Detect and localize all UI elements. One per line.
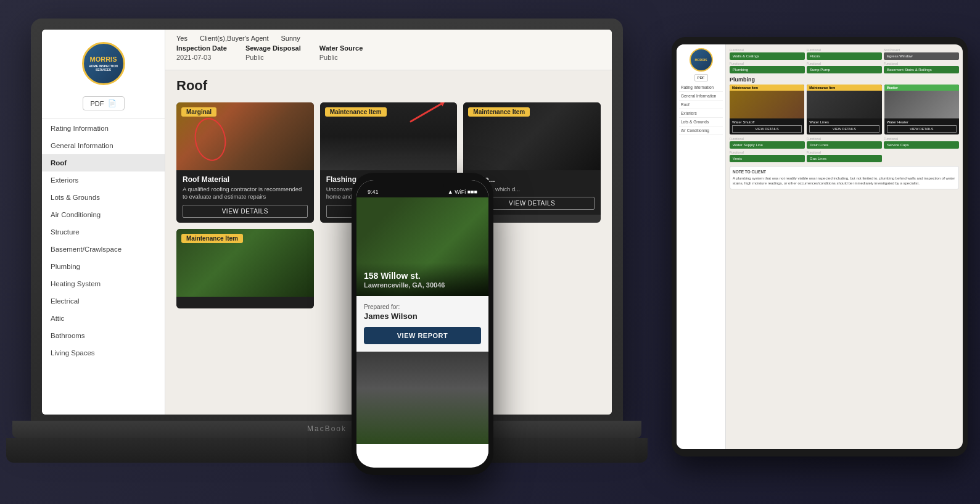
tablet-nav-ac[interactable]: Air Conditioning [679, 126, 723, 135]
tablet-badge-waterheater: Monitor [884, 85, 959, 91]
sidebar-item-attic[interactable]: Attic [42, 310, 165, 327]
badge-marginal: Marginal [181, 107, 216, 117]
phone-notch [401, 180, 444, 192]
tablet-nav-general[interactable]: General Information [679, 92, 723, 101]
phone-prepared-label: Prepared for: [364, 304, 481, 310]
tablet-badge-waterlines: Maintenance Item [807, 85, 881, 91]
sidebar-item-lots[interactable]: Lots & Grounds [42, 189, 165, 206]
card-maintenance[interactable]: Maintenance Item [176, 229, 314, 308]
status-sump: Sump Pump [807, 66, 882, 73]
badge-maintenance-flashing: Maintenance Item [325, 107, 387, 117]
phone-address: 158 Willow st. [364, 270, 481, 281]
note-text: A plumbing system that was not readily v… [733, 176, 956, 186]
laptop-device: MORRIS HOME INSPECTION SERVICES PDF 📄 [31, 19, 623, 463]
header-clients: Client(s),Buyer's Agent [200, 35, 269, 42]
sidebar-item-living[interactable]: Living Spaces [42, 344, 165, 361]
tablet-nav-lots[interactable]: Lots & Grounds [679, 118, 723, 126]
sidebar-item-ac[interactable]: Air Conditioning [42, 206, 165, 223]
tablet-badge-shutoff: Maintenance Item [730, 85, 804, 91]
tablet-status-walls: Functional Walls & Ceilings [730, 48, 805, 60]
header-meta-row: Inspection Date 2021-07-03 Sewage Dispos… [176, 44, 601, 65]
tablet-status-stairs: Functional Basement Stairs & Railings [884, 62, 959, 73]
sidebar-item-electrical[interactable]: Electrical [42, 292, 165, 310]
tablet-cards-row: Maintenance Item Water Shutoff VIEW DETA… [730, 85, 959, 134]
brand-line2: SERVICES [89, 68, 118, 72]
status-gas: Gas Lines [807, 155, 882, 162]
phone-hero-overlay: 158 Willow st. Lawrenceville, GA, 30046 [356, 263, 488, 296]
tablet-nav-exteriors[interactable]: Exteriors [679, 109, 723, 118]
phone-view-report-button[interactable]: VIEW REPORT [364, 327, 481, 344]
tablet-status-grid: Functional Walls & Ceilings Functional F… [730, 48, 959, 73]
status-service: Service Caps [884, 141, 959, 149]
sidebar-item-heating[interactable]: Heating System [42, 275, 165, 292]
header-row1: Yes Client(s),Buyer's Agent Sunny [176, 35, 601, 42]
sidebar-logo: MORRIS HOME INSPECTION SERVICES [42, 36, 165, 91]
status-label-supply: Functional [730, 137, 805, 141]
sewage-col: Sewage Disposal Public [245, 44, 301, 61]
tablet-card-footer-waterheater: Water Heater VIEW DETAILS [884, 118, 959, 134]
laptop-screen: MORRIS HOME INSPECTION SERVICES PDF 📄 [42, 30, 612, 415]
tablet-view-btn-waterheater[interactable]: VIEW DETAILS [887, 125, 957, 133]
sidebar-item-roof[interactable]: Roof [42, 154, 165, 171]
status-supply: Water Supply Line [730, 141, 805, 149]
phone-info-section: Prepared for: James Wilson VIEW REPORT [356, 296, 488, 352]
tablet-service-caps: Functional Service Caps [884, 137, 959, 149]
card-footer-maint [176, 297, 314, 308]
sidebar-item-bathrooms[interactable]: Bathrooms [42, 327, 165, 344]
sidebar-item-general[interactable]: General Information [42, 137, 165, 154]
tablet-nav-roof[interactable]: Roof [679, 101, 723, 109]
status-plumbing-t: Plumbing [730, 66, 805, 73]
header-yes: Yes [176, 35, 187, 42]
report-app: MORRIS HOME INSPECTION SERVICES PDF 📄 [42, 30, 612, 415]
tablet-view-btn-shutoff[interactable]: VIEW DETAILS [732, 125, 802, 133]
tablet-plumbing-header: Plumbing [730, 76, 959, 83]
tablet-card-img-shutoff [730, 91, 804, 118]
phone-content: 158 Willow st. Lawrenceville, GA, 30046 … [356, 197, 488, 464]
tablet-logo-text: MORRIS [695, 58, 707, 62]
tablet-device: MORRIS PDF Rating Information General In… [672, 37, 968, 456]
arrow-annotation [410, 102, 443, 123]
brand-name: MORRIS [89, 56, 118, 64]
tablet-card-label-waterlines: Water Lines [809, 120, 879, 124]
phone-device: 9:41 ▲ WiFi ■■■ 158 Willow st. Lawrencev… [352, 173, 493, 475]
tablet-pdf[interactable]: PDF [694, 74, 708, 81]
status-walls: Walls & Ceilings [730, 52, 805, 60]
water-col: Water Source Public [319, 44, 363, 61]
header-sunny: Sunny [281, 35, 300, 42]
phone-house-img [356, 352, 488, 444]
status-label-sump: Functional [807, 62, 882, 65]
tablet-card-footer-shutoff: Water Shutoff VIEW DETAILS [730, 118, 804, 134]
laptop-foot [6, 438, 648, 463]
card-roof-material[interactable]: Marginal Roof Material A qualified roofi… [176, 102, 314, 223]
tablet-status-plumbing: Functional Plumbing [730, 62, 805, 73]
report-header: Yes Client(s),Buyer's Agent Sunny Inspec… [165, 30, 612, 70]
status-label-floors: Functional [807, 48, 882, 52]
tablet-card-waterheater[interactable]: Monitor Water Heater VIEW DETAILS [884, 85, 959, 134]
sewage-value: Public [245, 54, 301, 61]
tablet-card-waterlines[interactable]: Maintenance Item Water Lines VIEW DETAIL… [807, 85, 881, 134]
sidebar-item-structure[interactable]: Structure [42, 223, 165, 241]
tablet-view-btn-waterlines[interactable]: VIEW DETAILS [809, 125, 879, 133]
view-details-roof[interactable]: VIEW DETAILS [183, 205, 308, 218]
pdf-button[interactable]: PDF 📄 [83, 96, 125, 110]
laptop-base [12, 421, 641, 438]
laptop-body: MORRIS HOME INSPECTION SERVICES PDF 📄 [31, 19, 623, 426]
sidebar-item-exteriors[interactable]: Exteriors [42, 171, 165, 189]
brand-line1: HOME INSPECTION [89, 64, 118, 68]
sidebar-item-rating[interactable]: Rating Information [42, 120, 165, 137]
tablet-card-shutoff[interactable]: Maintenance Item Water Shutoff VIEW DETA… [730, 85, 804, 134]
tablet-status-floors: Functional Floors [807, 48, 882, 60]
tablet-nav-rating[interactable]: Rating Information [679, 83, 723, 92]
phone-signal-icons: ▲ WiFi ■■■ [448, 189, 477, 195]
tablet-card-img-waterheater [884, 91, 959, 118]
phone-client-name: James Wilson [364, 312, 481, 321]
water-value: Public [319, 54, 363, 61]
sidebar-item-basement[interactable]: Basement/Crawlspace [42, 241, 165, 258]
card-desc-roof: A qualified roofing contractor is recomm… [183, 186, 308, 201]
status-stairs: Basement Stairs & Railings [884, 66, 959, 73]
sewage-label: Sewage Disposal [245, 44, 301, 52]
badge-maintenance-2: Maintenance Item [181, 234, 243, 243]
tablet-main: Functional Walls & Ceilings Functional F… [726, 44, 963, 449]
sidebar-item-plumbing[interactable]: Plumbing [42, 258, 165, 275]
tablet-body: MORRIS PDF Rating Information General In… [672, 37, 968, 456]
